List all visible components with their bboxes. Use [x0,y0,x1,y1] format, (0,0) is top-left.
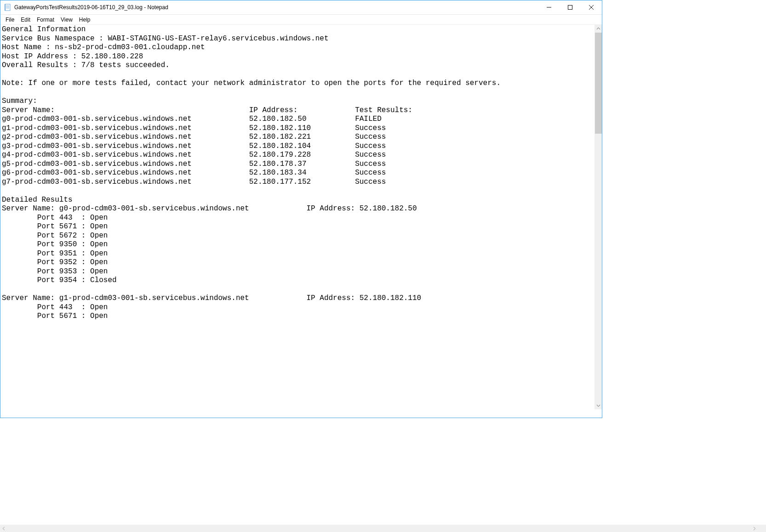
vertical-scroll-thumb[interactable] [595,33,602,134]
menubar: File Edit Format View Help [0,15,602,24]
editor-area: General Information Service Bus Namespac… [0,24,602,409]
close-button[interactable] [581,0,602,14]
scroll-up-arrow-icon[interactable] [595,25,602,33]
window-controls [538,0,602,14]
minimize-button[interactable] [538,0,560,14]
window-title: GatewayPortsTestResults2019-06-16T10_29_… [14,4,538,11]
menu-file[interactable]: File [2,16,17,24]
menu-view[interactable]: View [57,16,76,24]
scroll-down-arrow-icon[interactable] [595,402,602,409]
svg-rect-7 [568,6,572,10]
document-text[interactable]: General Information Service Bus Namespac… [0,25,594,322]
vertical-scrollbar[interactable] [594,25,602,409]
svg-rect-5 [5,4,6,11]
titlebar[interactable]: GatewayPortsTestResults2019-06-16T10_29_… [0,0,602,15]
maximize-button[interactable] [560,0,581,14]
notepad-icon [4,4,11,11]
menu-edit[interactable]: Edit [17,16,34,24]
menu-format[interactable]: Format [34,16,57,24]
menu-help[interactable]: Help [76,16,94,24]
